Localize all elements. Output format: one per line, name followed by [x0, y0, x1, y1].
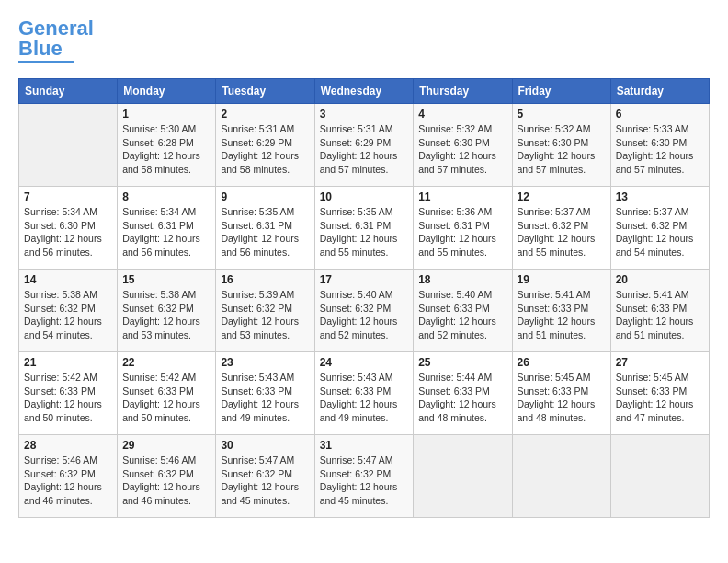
calendar-cell: 11Sunrise: 5:36 AM Sunset: 6:31 PM Dayli…	[414, 187, 512, 270]
page-header: General Blue	[18, 18, 710, 63]
day-info: Sunrise: 5:31 AM Sunset: 6:29 PM Dayligh…	[320, 122, 409, 177]
day-number: 16	[221, 273, 309, 286]
column-header-friday: Friday	[512, 79, 610, 104]
day-info: Sunrise: 5:38 AM Sunset: 6:32 PM Dayligh…	[122, 288, 210, 342]
column-header-monday: Monday	[118, 79, 216, 104]
day-number: 30	[221, 439, 309, 452]
day-number: 28	[24, 439, 112, 452]
day-info: Sunrise: 5:39 AM Sunset: 6:32 PM Dayligh…	[221, 288, 309, 342]
day-number: 24	[320, 356, 409, 369]
logo-blue: Blue	[18, 37, 63, 60]
day-number: 15	[122, 273, 210, 286]
day-number: 1	[122, 108, 210, 121]
day-info: Sunrise: 5:34 AM Sunset: 6:30 PM Dayligh…	[24, 205, 112, 259]
column-header-saturday: Saturday	[610, 79, 709, 104]
calendar-cell	[610, 435, 709, 518]
calendar-cell: 3Sunrise: 5:31 AM Sunset: 6:29 PM Daylig…	[314, 104, 414, 187]
day-info: Sunrise: 5:40 AM Sunset: 6:33 PM Dayligh…	[418, 288, 506, 342]
calendar-cell: 27Sunrise: 5:45 AM Sunset: 6:33 PM Dayli…	[610, 352, 709, 435]
calendar-cell: 4Sunrise: 5:32 AM Sunset: 6:30 PM Daylig…	[414, 104, 512, 187]
day-number: 27	[616, 356, 704, 369]
day-info: Sunrise: 5:47 AM Sunset: 6:32 PM Dayligh…	[320, 454, 409, 508]
week-row-2: 7Sunrise: 5:34 AM Sunset: 6:30 PM Daylig…	[19, 187, 710, 270]
calendar-cell: 28Sunrise: 5:46 AM Sunset: 6:32 PM Dayli…	[19, 435, 118, 518]
day-number: 21	[24, 356, 112, 369]
calendar-cell: 6Sunrise: 5:33 AM Sunset: 6:30 PM Daylig…	[610, 104, 709, 187]
day-number: 7	[24, 190, 112, 203]
calendar-cell	[19, 104, 118, 187]
day-number: 5	[518, 108, 606, 121]
day-info: Sunrise: 5:41 AM Sunset: 6:33 PM Dayligh…	[616, 288, 704, 342]
day-info: Sunrise: 5:44 AM Sunset: 6:33 PM Dayligh…	[418, 371, 506, 425]
week-row-4: 21Sunrise: 5:42 AM Sunset: 6:33 PM Dayli…	[19, 352, 710, 435]
day-info: Sunrise: 5:30 AM Sunset: 6:28 PM Dayligh…	[122, 122, 210, 177]
day-number: 2	[221, 108, 309, 121]
day-number: 14	[24, 273, 112, 286]
calendar-cell: 24Sunrise: 5:43 AM Sunset: 6:33 PM Dayli…	[314, 352, 414, 435]
column-header-thursday: Thursday	[414, 79, 512, 104]
day-number: 31	[320, 439, 409, 452]
calendar-cell: 25Sunrise: 5:44 AM Sunset: 6:33 PM Dayli…	[414, 352, 512, 435]
day-number: 18	[418, 273, 506, 286]
day-info: Sunrise: 5:47 AM Sunset: 6:32 PM Dayligh…	[221, 454, 309, 508]
column-header-wednesday: Wednesday	[314, 79, 414, 104]
calendar-cell: 1Sunrise: 5:30 AM Sunset: 6:28 PM Daylig…	[118, 104, 216, 187]
day-info: Sunrise: 5:38 AM Sunset: 6:32 PM Dayligh…	[24, 288, 112, 342]
day-number: 13	[616, 190, 704, 203]
day-info: Sunrise: 5:36 AM Sunset: 6:31 PM Dayligh…	[418, 205, 506, 259]
calendar-cell: 15Sunrise: 5:38 AM Sunset: 6:32 PM Dayli…	[118, 270, 216, 352]
day-info: Sunrise: 5:35 AM Sunset: 6:31 PM Dayligh…	[320, 205, 409, 259]
day-info: Sunrise: 5:33 AM Sunset: 6:30 PM Dayligh…	[616, 122, 704, 177]
calendar-cell: 30Sunrise: 5:47 AM Sunset: 6:32 PM Dayli…	[216, 435, 314, 518]
calendar-cell: 10Sunrise: 5:35 AM Sunset: 6:31 PM Dayli…	[314, 187, 414, 270]
day-info: Sunrise: 5:41 AM Sunset: 6:33 PM Dayligh…	[518, 288, 606, 342]
week-row-5: 28Sunrise: 5:46 AM Sunset: 6:32 PM Dayli…	[19, 435, 710, 518]
day-number: 9	[221, 190, 309, 203]
day-number: 3	[320, 108, 409, 121]
day-info: Sunrise: 5:32 AM Sunset: 6:30 PM Dayligh…	[518, 122, 606, 177]
calendar-body: 1Sunrise: 5:30 AM Sunset: 6:28 PM Daylig…	[19, 104, 710, 518]
logo: General Blue	[18, 18, 94, 63]
calendar-cell: 13Sunrise: 5:37 AM Sunset: 6:32 PM Dayli…	[610, 187, 709, 270]
calendar-table: SundayMondayTuesdayWednesdayThursdayFrid…	[18, 78, 710, 518]
day-number: 22	[122, 356, 210, 369]
calendar-cell: 9Sunrise: 5:35 AM Sunset: 6:31 PM Daylig…	[216, 187, 314, 270]
day-info: Sunrise: 5:46 AM Sunset: 6:32 PM Dayligh…	[24, 454, 112, 508]
day-info: Sunrise: 5:37 AM Sunset: 6:32 PM Dayligh…	[518, 205, 606, 259]
calendar-header: SundayMondayTuesdayWednesdayThursdayFrid…	[19, 79, 710, 104]
day-number: 23	[221, 356, 309, 369]
calendar-cell: 19Sunrise: 5:41 AM Sunset: 6:33 PM Dayli…	[512, 270, 610, 352]
logo-divider	[18, 61, 74, 63]
logo-text: General Blue	[18, 18, 94, 59]
calendar-cell: 14Sunrise: 5:38 AM Sunset: 6:32 PM Dayli…	[19, 270, 118, 352]
day-info: Sunrise: 5:45 AM Sunset: 6:33 PM Dayligh…	[616, 371, 704, 425]
calendar-cell	[414, 435, 512, 518]
day-info: Sunrise: 5:32 AM Sunset: 6:30 PM Dayligh…	[418, 122, 506, 177]
day-info: Sunrise: 5:42 AM Sunset: 6:33 PM Dayligh…	[122, 371, 210, 425]
day-number: 19	[518, 273, 606, 286]
day-info: Sunrise: 5:31 AM Sunset: 6:29 PM Dayligh…	[221, 122, 309, 177]
day-number: 8	[122, 190, 210, 203]
day-number: 17	[320, 273, 409, 286]
calendar-cell: 8Sunrise: 5:34 AM Sunset: 6:31 PM Daylig…	[118, 187, 216, 270]
calendar-cell: 12Sunrise: 5:37 AM Sunset: 6:32 PM Dayli…	[512, 187, 610, 270]
column-header-tuesday: Tuesday	[216, 79, 314, 104]
week-row-1: 1Sunrise: 5:30 AM Sunset: 6:28 PM Daylig…	[19, 104, 710, 187]
calendar-cell: 21Sunrise: 5:42 AM Sunset: 6:33 PM Dayli…	[19, 352, 118, 435]
day-info: Sunrise: 5:46 AM Sunset: 6:32 PM Dayligh…	[122, 454, 210, 508]
day-number: 6	[616, 108, 704, 121]
calendar-cell	[512, 435, 610, 518]
calendar-cell: 17Sunrise: 5:40 AM Sunset: 6:32 PM Dayli…	[314, 270, 414, 352]
day-number: 25	[418, 356, 506, 369]
day-info: Sunrise: 5:43 AM Sunset: 6:33 PM Dayligh…	[221, 371, 309, 425]
day-number: 12	[518, 190, 606, 203]
day-number: 10	[320, 190, 409, 203]
calendar-cell: 22Sunrise: 5:42 AM Sunset: 6:33 PM Dayli…	[118, 352, 216, 435]
day-info: Sunrise: 5:40 AM Sunset: 6:32 PM Dayligh…	[320, 288, 409, 342]
calendar-cell: 2Sunrise: 5:31 AM Sunset: 6:29 PM Daylig…	[216, 104, 314, 187]
day-number: 4	[418, 108, 506, 121]
day-info: Sunrise: 5:34 AM Sunset: 6:31 PM Dayligh…	[122, 205, 210, 259]
day-info: Sunrise: 5:43 AM Sunset: 6:33 PM Dayligh…	[320, 371, 409, 425]
day-number: 20	[616, 273, 704, 286]
day-info: Sunrise: 5:45 AM Sunset: 6:33 PM Dayligh…	[518, 371, 606, 425]
